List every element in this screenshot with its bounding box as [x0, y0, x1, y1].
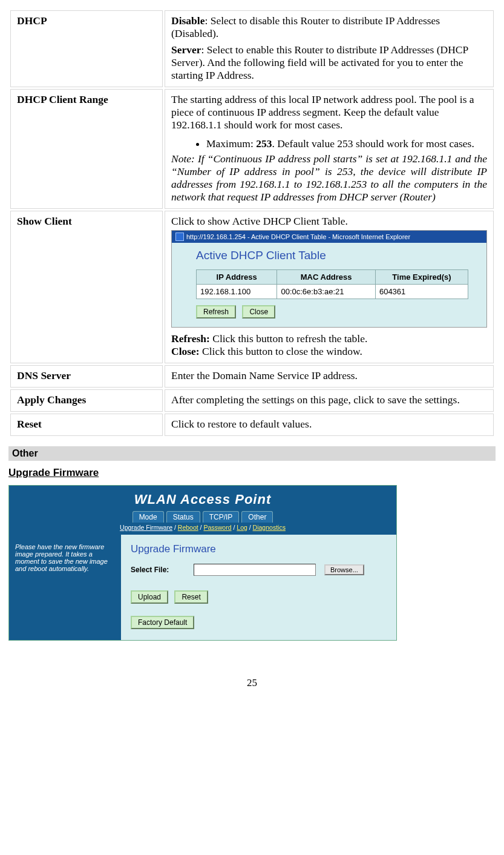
- refresh-button[interactable]: Refresh: [196, 305, 236, 319]
- select-file-label: Select File:: [131, 566, 185, 574]
- reset-label: Reset: [10, 414, 163, 436]
- dhcp-client-popup: http://192.168.1.254 - Active DHCP Clien…: [171, 230, 487, 328]
- tab-other[interactable]: Other: [241, 511, 273, 523]
- settings-table: DHCP Disable: Select to disable this Rou…: [8, 8, 496, 438]
- cell-time: 604361: [375, 285, 468, 299]
- popup-heading: Active DHCP Client Table: [196, 249, 474, 262]
- apply-label: Apply Changes: [10, 389, 163, 412]
- showclient-desc: Click to show Active DHCP Client Table. …: [165, 211, 494, 363]
- showclient-label: Show Client: [10, 211, 163, 363]
- close-help-bold: Close:: [171, 345, 202, 357]
- range-bullet: Maximum: 253. Default value 253 should w…: [206, 137, 487, 150]
- th-time: Time Expired(s): [375, 270, 468, 285]
- fw-help-text: Please have the new firmware image prepa…: [9, 535, 121, 640]
- subnav-upgrade[interactable]: Upgrade Firmware: [120, 524, 172, 531]
- reset-desc: Click to restore to default values.: [165, 414, 494, 436]
- cell-ip: 192.168.1.100: [197, 285, 277, 299]
- factory-default-button[interactable]: Factory Default: [131, 616, 194, 629]
- page-number: 25: [8, 677, 496, 689]
- dhcp-server-bold: Server: [171, 44, 201, 56]
- tab-mode[interactable]: Mode: [133, 511, 164, 523]
- tab-tcpip[interactable]: TCP/IP: [203, 511, 240, 523]
- dhcp-disable-bold: Disable: [171, 15, 205, 27]
- subnav-diagnostics[interactable]: Diagnostics: [253, 524, 286, 531]
- fw-tabs: Mode Status TCP/IP Other: [9, 511, 396, 523]
- fw-panel-heading: Upgrade Firmware: [131, 543, 387, 555]
- range-intro: The starting address of this local IP ne…: [171, 93, 487, 131]
- th-mac: MAC Address: [277, 270, 376, 285]
- browse-button[interactable]: Browse...: [324, 564, 364, 575]
- dns-desc: Enter the Domain Name Service IP address…: [165, 365, 494, 388]
- subnav-log[interactable]: Log: [237, 524, 247, 531]
- popup-titlebar: http://192.168.1.254 - Active DHCP Clien…: [172, 231, 486, 243]
- showclient-intro: Click to show Active DHCP Client Table.: [171, 215, 487, 228]
- cell-mac: 00:0c:6e:b3:ae:21: [277, 285, 376, 299]
- fw-subnav: Upgrade Firmware / Reboot / Password / L…: [9, 523, 396, 535]
- subnav-reboot[interactable]: Reboot: [178, 524, 198, 531]
- dhcp-label: DHCP: [10, 10, 163, 87]
- close-help-text: Click this button to close the window.: [202, 345, 362, 357]
- fw-title: WLAN Access Point: [9, 492, 396, 507]
- client-table: IP Address MAC Address Time Expired(s) 1…: [196, 269, 468, 299]
- dhcp-disable-text: : Select to disable this Router to distr…: [171, 15, 440, 39]
- popup-titlebar-text: http://192.168.1.254 - Active DHCP Clien…: [186, 233, 410, 240]
- refresh-help-bold: Refresh:: [171, 332, 212, 345]
- select-file-input[interactable]: [194, 564, 316, 576]
- ie-icon: [175, 233, 184, 241]
- table-row: 192.168.1.100 00:0c:6e:b3:ae:21 604361: [197, 285, 468, 299]
- upgrade-firmware-heading: Upgrade Firmware: [8, 467, 496, 479]
- dhcp-server-text: : Select to enable this Router to distri…: [171, 44, 468, 81]
- range-bullet-bold: 253: [256, 137, 272, 150]
- apply-desc: After completing the settings on this pa…: [165, 389, 494, 412]
- range-bullet-post: . Default value 253 should work for most…: [272, 137, 474, 150]
- dhcp-desc: Disable: Select to disable this Router t…: [165, 10, 494, 87]
- dns-label: DNS Server: [10, 365, 163, 388]
- range-note: Note: If “Continuous IP address poll sta…: [171, 153, 487, 203]
- fw-reset-button[interactable]: Reset: [174, 590, 208, 604]
- refresh-help-text: Click this button to refresh the table.: [212, 332, 367, 345]
- upload-button[interactable]: Upload: [131, 590, 168, 604]
- subnav-password[interactable]: Password: [203, 524, 231, 531]
- firmware-ui: WLAN Access Point Mode Status TCP/IP Oth…: [8, 485, 397, 641]
- range-desc: The starting address of this local IP ne…: [165, 89, 494, 209]
- close-button[interactable]: Close: [242, 305, 275, 319]
- th-ip: IP Address: [197, 270, 277, 285]
- range-bullet-pre: Maximum:: [206, 137, 256, 150]
- tab-status[interactable]: Status: [166, 511, 200, 523]
- range-label: DHCP Client Range: [10, 89, 163, 209]
- section-other: Other: [8, 446, 496, 461]
